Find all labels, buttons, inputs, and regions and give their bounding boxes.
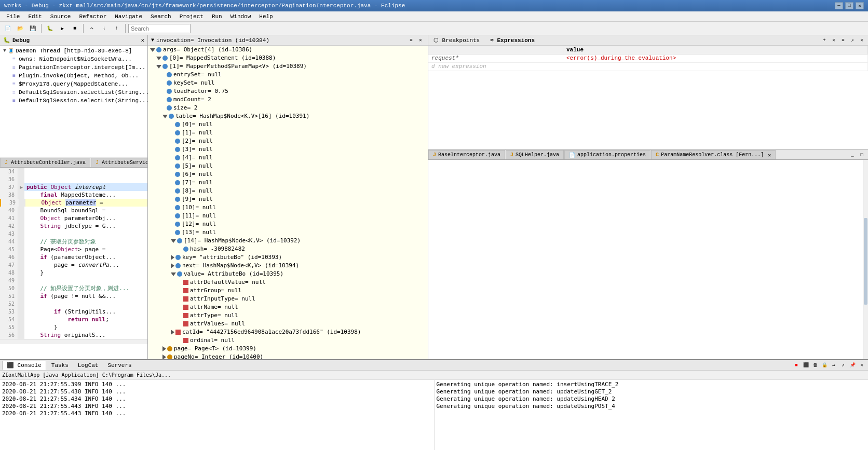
console-left[interactable]: 2020-08-21 21:27:55.399 INFO 140 ... 202…: [0, 380, 435, 450]
tab-param-resolver[interactable]: C ParamNameResolver.class [Fern...] ✕: [651, 150, 776, 159]
tab-logcat[interactable]: LogCat: [74, 361, 103, 370]
var-entrySet[interactable]: entrySet= null: [148, 71, 428, 79]
pin-console-btn[interactable]: 📌: [848, 361, 857, 370]
var-loadFactor[interactable]: loadFactor= 0.75: [148, 87, 428, 96]
menu-file[interactable]: File: [2, 12, 24, 21]
new-button[interactable]: 📄: [2, 23, 13, 34]
var-attrType[interactable]: attrType= null: [148, 311, 428, 320]
tab-tasks[interactable]: Tasks: [47, 361, 73, 370]
var-t-9[interactable]: [9]= null: [148, 195, 428, 203]
var-args-1[interactable]: [1]= MapperMethod$ParamMap<V> (id=10389): [148, 62, 428, 71]
var-t-2[interactable]: [2]= null: [148, 137, 428, 145]
var-keySet[interactable]: keySet= null: [148, 79, 428, 87]
var-t-5[interactable]: [5]= null: [148, 162, 428, 170]
var-t-6[interactable]: [6]= null: [148, 170, 428, 179]
debug-frame-3[interactable]: ≡ Plugin.invoke(Object, Method, Ob...: [0, 72, 147, 80]
menu-run[interactable]: Run: [208, 12, 226, 21]
step-into[interactable]: ↓: [99, 23, 110, 34]
stop-console-btn[interactable]: ■: [792, 361, 801, 370]
var-page[interactable]: page= Page<T> (id=10399): [148, 345, 428, 353]
var-size[interactable]: size= 2: [148, 104, 428, 112]
menu-window[interactable]: Window: [226, 12, 255, 21]
menu-project[interactable]: Project: [175, 12, 208, 21]
debug-frame-5[interactable]: ≡ DefaultSqlSession.selectList(String...: [0, 88, 147, 97]
tab-attribute-controller[interactable]: J AttributeController.java: [0, 158, 90, 167]
remove-expr-btn[interactable]: ✕: [830, 36, 838, 45]
debug-frame-1[interactable]: ≡ owns: NioEndpoint$NioSocketWra...: [0, 55, 147, 63]
tab-console[interactable]: ⬛ Console: [2, 361, 46, 370]
open-console-btn[interactable]: ↗: [839, 361, 847, 370]
var-t-12[interactable]: [12]= null: [148, 220, 428, 228]
collapse-all-btn[interactable]: ≡: [839, 36, 847, 45]
menu-navigate[interactable]: Navigate: [111, 12, 146, 21]
tab-app-props[interactable]: 📄 application.properties: [564, 150, 650, 159]
tab-breakpoints[interactable]: ⬡ Breakpoints: [430, 36, 483, 45]
stop-button[interactable]: ■: [69, 23, 80, 34]
save-button[interactable]: 💾: [27, 23, 38, 34]
run-button[interactable]: ▶: [57, 23, 68, 34]
minimize-button[interactable]: ─: [835, 2, 843, 9]
close-button[interactable]: ✕: [856, 2, 864, 9]
search-input[interactable]: [128, 24, 191, 33]
tab-expressions[interactable]: ≈ Expressions: [487, 36, 538, 45]
clear-console-btn[interactable]: 🗑: [811, 361, 819, 370]
var-t-4[interactable]: [4]= null: [148, 154, 428, 162]
var-ordinal[interactable]: ordinal= null: [148, 336, 428, 345]
var-t-14[interactable]: [14]= HashMap$Node<K,V> (id=10392): [148, 237, 428, 245]
var-key[interactable]: key= "attributeBo" (id=10393): [148, 253, 428, 262]
var-t-7[interactable]: [7]= null: [148, 179, 428, 187]
disconnect-btn[interactable]: ⬛: [802, 361, 810, 370]
var-t-1[interactable]: [1]= null: [148, 129, 428, 137]
step-over[interactable]: ↷: [86, 23, 98, 34]
var-value[interactable]: value= AttributeBo (id=10395): [148, 270, 428, 278]
close-console-btn[interactable]: ✕: [858, 361, 866, 370]
open-button[interactable]: 📂: [15, 23, 26, 34]
menu-source[interactable]: Source: [46, 12, 75, 21]
var-t-10[interactable]: [10]= null: [148, 203, 428, 212]
var-catId[interactable]: catId= "44427156ed964908a1ace20a73fdd166…: [148, 328, 428, 336]
menu-edit[interactable]: Edit: [24, 12, 46, 21]
debug-frame-6[interactable]: ≡ DefaultSqlSession.selectList(String...: [0, 97, 147, 105]
close-btn[interactable]: ✕: [416, 36, 425, 45]
expr-row-new[interactable]: d new expression: [428, 63, 868, 71]
expr-row-0[interactable]: request* <error(s)_during_the_evaluation…: [428, 54, 868, 63]
maximize-button[interactable]: □: [845, 2, 853, 9]
minimize-right-editor[interactable]: _: [848, 151, 857, 159]
tab-attribute-service[interactable]: J AttributeService...: [91, 158, 147, 167]
var-table[interactable]: table= HashMap$Node<K,V>[16] (id=10391): [148, 112, 428, 120]
close-tab-icon[interactable]: ✕: [768, 152, 771, 158]
console-right[interactable]: Generating unique operation named: inser…: [435, 380, 869, 450]
var-attrDefaultValue[interactable]: attrDefaultValue= null: [148, 278, 428, 287]
var-t-13[interactable]: [13]= null: [148, 228, 428, 237]
var-hash[interactable]: hash= -309882482: [148, 245, 428, 253]
collapse-btn[interactable]: ≡: [407, 36, 415, 45]
debug-button[interactable]: 🐛: [44, 23, 56, 34]
var-attrInputType[interactable]: attrInputType= null: [148, 295, 428, 303]
debug-panel-close[interactable]: ✕: [141, 37, 144, 44]
var-args[interactable]: args= Object[4] (id=10386): [148, 46, 428, 54]
tab-base-interceptor[interactable]: J BaseInterceptor.java: [428, 150, 505, 159]
step-return[interactable]: ↑: [111, 23, 123, 34]
word-wrap-btn[interactable]: ↵: [830, 361, 838, 370]
var-t-11[interactable]: [11]= null: [148, 212, 428, 220]
add-expr-btn[interactable]: +: [820, 36, 829, 45]
var-attrValues[interactable]: attrValues= null: [148, 320, 428, 328]
right-top-close-btn[interactable]: ✕: [858, 36, 866, 45]
debug-frame-4[interactable]: ≡ $Proxy178.query(MappedStateme...: [0, 80, 147, 88]
maximize-right-editor[interactable]: □: [858, 151, 866, 159]
tab-servers[interactable]: Servers: [103, 361, 135, 370]
tab-sqlhelper[interactable]: J SQLHelper.java: [506, 150, 564, 159]
var-attrName[interactable]: attrName= null: [148, 303, 428, 311]
debug-frame-2[interactable]: ≡ PaginationInterceptor.intercept[Im...: [0, 63, 147, 72]
var-args-0[interactable]: [0]= MappedStatement (id=10388): [148, 54, 428, 62]
menu-refactor[interactable]: Refactor: [75, 12, 111, 21]
var-modCount[interactable]: modCount= 2: [148, 96, 428, 104]
var-t-3[interactable]: [3]= null: [148, 145, 428, 154]
scroll-lock-btn[interactable]: 🔒: [820, 361, 829, 370]
var-t-8[interactable]: [8]= null: [148, 187, 428, 195]
right-top-expand-btn[interactable]: ↗: [848, 36, 857, 45]
var-attrGroup[interactable]: attrGroup= null: [148, 287, 428, 295]
editor-hscrollbar[interactable]: [0, 339, 147, 344]
menu-search[interactable]: Search: [146, 12, 175, 21]
var-next[interactable]: next= HashMap$Node<K,V> (id=10394): [148, 262, 428, 270]
